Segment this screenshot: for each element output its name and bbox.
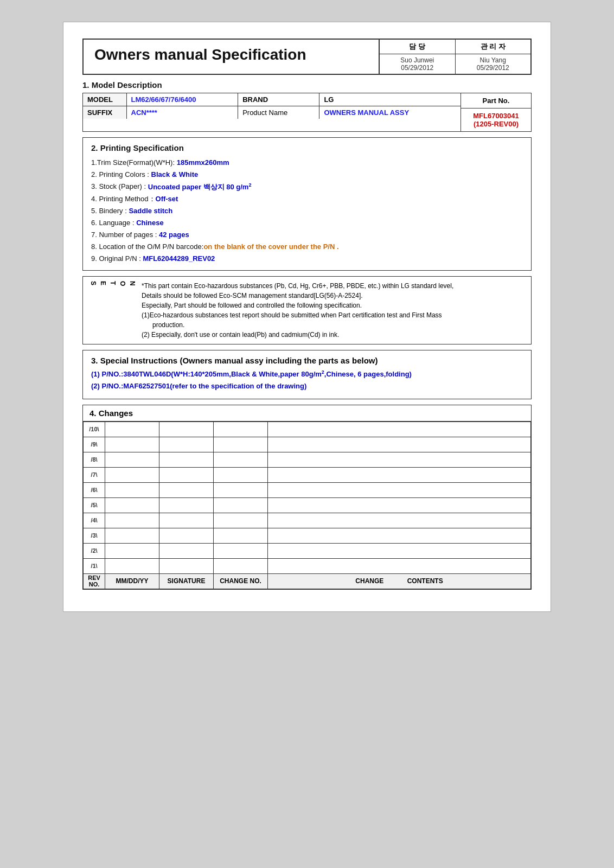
footer-change-no: CHANGE NO. [214,573,268,589]
change-content-4 [268,513,531,528]
change-content-6 [268,482,531,497]
change-rev-7: /7\ [84,467,105,482]
footer-signature: SIGNATURE [159,573,214,589]
change-rev-9: /9\ [84,437,105,452]
spec-item-1: 2. Printing Colors : Black & White [91,169,523,181]
change-row-8: /8\ [84,452,531,467]
title-box: Owners manual Specification [82,39,380,75]
change-chno-6 [214,482,268,497]
person-1: Niu Yang 05/29/2012 [456,54,531,74]
change-date-2 [105,543,159,558]
change-date-10 [105,422,159,437]
spec-item-2: 3. Stock (Paper) : Uncoated paper 백상지 80… [91,181,523,193]
change-chno-10 [214,422,268,437]
header-right: 담 당 관 리 자 Suo Junwei 05/29/2012 Niu Yang… [380,39,532,75]
spec-item-7: 8. Location of the O/M P/N barcode:on th… [91,241,523,253]
spec-value-4: Saddle stitch [129,207,172,215]
note-line-2: Especially, Part should be followed and … [142,301,526,310]
product-name-label: Product Name [238,106,319,119]
change-date-3 [105,528,159,543]
spec-prefix-3: 4. Printing Method： [91,195,156,203]
section2-box: 2. Printing Specification 1.Trim Size(Fo… [82,137,532,271]
product-name-value: OWNERS MANUAL ASSY [319,106,460,119]
notes-box: NOTES *This part contain Eco-hazardous s… [82,276,532,344]
model-right: Part No. MFL67003041 (1205-REV00) [460,93,531,131]
spec-item-4: 5. Bindery : Saddle stitch [91,205,523,217]
change-sig-4 [159,513,214,528]
change-rev-3: /3\ [84,528,105,543]
header-label-0: 담 당 [380,40,456,54]
change-chno-4 [214,513,268,528]
change-content-3 [268,528,531,543]
part-no-label: Part No. [461,93,531,108]
spec-item-3: 4. Printing Method：Off-set [91,193,523,205]
change-row-5: /5\ [84,497,531,513]
change-sig-8 [159,452,214,467]
note-line-5: (2) Especially, don't use or contain lea… [142,330,526,340]
change-sig-2 [159,543,214,558]
change-row-10: /10\ [84,422,531,437]
change-row-2: /2\ [84,543,531,558]
change-content-8 [268,452,531,467]
change-sig-5 [159,497,214,513]
special-item-1: (2) P/NO.:MAF62527501(refer to the speci… [91,382,523,390]
spec-prefix-4: 5. Bindery : [91,207,129,215]
change-date-8 [105,452,159,467]
change-chno-9 [214,437,268,452]
change-sig-3 [159,528,214,543]
change-date-7 [105,467,159,482]
note-line-1: Details should be followed Eco-SCM manag… [142,291,526,301]
footer-mm-dd-yy: MM/DD/YY [105,573,159,589]
special-item-0: (1) P/NO.:3840TWL046D(W*H:140*205mm,Blac… [91,369,523,378]
spec-value-5: Chinese [136,219,164,227]
change-rev-2: /2\ [84,543,105,558]
change-chno-3 [214,528,268,543]
model-left: MODEL LM62/66/67/76/6400 BRAND LG SUFFIX… [83,93,460,131]
change-sig-9 [159,437,214,452]
note-line-3: (1)Eco-hazardous substances test report … [142,310,526,320]
change-sig-10 [159,422,214,437]
person-1-date: 05/29/2012 [460,64,527,72]
header-label-1: 관 리 자 [456,40,531,54]
header-persons-row: Suo Junwei 05/29/2012 Niu Yang 05/29/201… [380,54,530,74]
change-date-5 [105,497,159,513]
spec-value-1: Black & White [151,170,199,178]
section2-heading: 2. Printing Specification [91,143,523,152]
spec-item-6: 7. Number of pages : 42 pages [91,229,523,241]
change-chno-1 [214,558,268,573]
changes-footer-row: REVNO. MM/DD/YY SIGNATURE CHANGE NO. CHA… [84,573,531,589]
brand-value: LG [319,93,460,106]
change-rev-6: /6\ [84,482,105,497]
spec-prefix-1: 2. Printing Colors : [91,170,151,178]
spec-prefix-2: 3. Stock (Paper) : [91,183,148,191]
part-no-value: MFL67003041 (1205-REV00) [461,108,531,131]
spec-value-0: 185mmx260mm [177,158,229,167]
footer-change-contents: CHANGE CONTENTS [268,573,531,589]
spec-value-8: MFL62044289_REV02 [143,254,215,263]
page-title: Owners manual Specification [94,46,368,63]
model-section: MODEL LM62/66/67/76/6400 BRAND LG SUFFIX… [82,93,532,132]
spec-item-8: 9. Original P/N : MFL62044289_REV02 [91,253,523,265]
spec-list: 1.Trim Size(Format)(W*H): 185mmx260mm 2.… [91,157,523,265]
spec-prefix-5: 6. Language : [91,219,136,227]
change-chno-7 [214,467,268,482]
section4-box: 4. Changes /10\ /9\ /8 [82,405,532,590]
header: Owners manual Specification 담 당 관 리 자 Su… [82,39,532,75]
model-label: MODEL [83,93,126,106]
change-sig-7 [159,467,214,482]
note-line-4: production. [142,320,526,330]
change-chno-8 [214,452,268,467]
spec-prefix-8: 9. Original P/N : [91,254,143,263]
change-row-7: /7\ [84,467,531,482]
change-sig-1 [159,558,214,573]
brand-label: BRAND [238,93,319,106]
section3-heading: 3. Special Instructions (Owners manual a… [91,356,523,365]
spec-value-6: 42 pages [159,231,189,239]
person-0-name: Suo Junwei [384,56,451,64]
change-date-6 [105,482,159,497]
change-chno-5 [214,497,268,513]
person-0-date: 05/29/2012 [384,64,451,72]
change-content-10 [268,422,531,437]
change-rev-4: /4\ [84,513,105,528]
notes-left: NOTES *This part contain Eco-hazardous s… [88,281,526,340]
